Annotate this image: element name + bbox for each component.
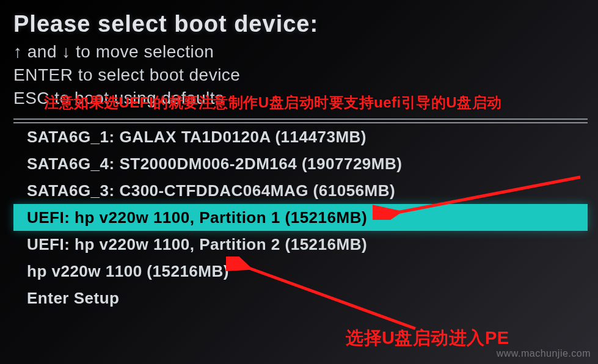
bios-boot-menu: Please select boot device: ↑ and ↓ to mo… [0, 0, 598, 311]
boot-item-list[interactable]: SATA6G_1: GALAX TA1D0120A (114473MB) SAT… [13, 122, 588, 311]
boot-item-sata6g-3[interactable]: SATA6G_3: C300-CTFDDAC064MAG (61056MB) [13, 177, 588, 204]
instruction-enter: ENTER to select boot device [13, 64, 598, 86]
menu-separator-outer: SATA6G_1: GALAX TA1D0120A (114473MB) SAT… [13, 118, 588, 311]
boot-item-hp-v220w[interactable]: hp v220w 1100 (15216MB) [13, 258, 588, 285]
annotation-uefi-note: 注意如果选UEFI的就要注意制作U盘启动时要支持uefi引导的U盘启动 [44, 93, 502, 112]
annotation-select-usb: 选择U盘启动进入PE [346, 326, 509, 351]
boot-item-enter-setup[interactable]: Enter Setup [13, 285, 588, 311]
boot-item-uefi-hp-p2[interactable]: UEFI: hp v220w 1100, Partition 2 (15216M… [13, 231, 588, 258]
instruction-nav: ↑ and ↓ to move selection [13, 41, 598, 63]
menu-title: Please select boot device: [13, 11, 598, 37]
boot-item-sata6g-4[interactable]: SATA6G_4: ST2000DM006-2DM164 (1907729MB) [13, 150, 588, 177]
watermark: www.machunjie.com [497, 348, 591, 359]
boot-item-uefi-hp-p1[interactable]: UEFI: hp v220w 1100, Partition 1 (15216M… [13, 204, 588, 231]
boot-item-sata6g-1[interactable]: SATA6G_1: GALAX TA1D0120A (114473MB) [13, 123, 588, 150]
